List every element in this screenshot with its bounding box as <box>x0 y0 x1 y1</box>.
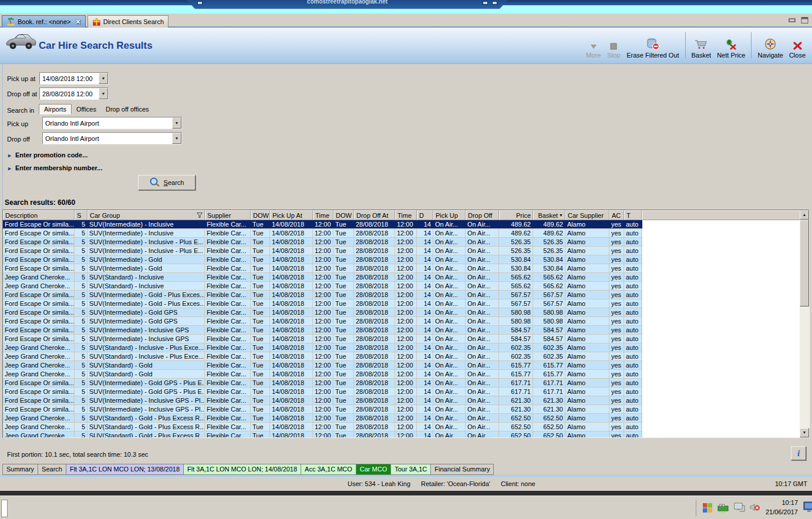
maximize-window-icon[interactable] <box>801 17 808 23</box>
table-row[interactable]: Jeep Grand Cheroke...5SUV(Standard) - Go… <box>3 432 642 437</box>
windows-flag-icon[interactable] <box>702 502 713 514</box>
pick-up-dropdown-button[interactable]: ▼ <box>172 117 181 129</box>
search-in-tab-drop-off-offices[interactable]: Drop off offices <box>101 105 154 114</box>
itinerary-tab-car-mco[interactable]: Car MCO <box>356 464 391 475</box>
table-row[interactable]: Jeep Grand Cheroke...5SUV(Standard) - Go… <box>3 370 642 379</box>
column-header-time-6[interactable]: Time <box>313 210 333 220</box>
column-header-drop-off-at-8[interactable]: Drop Off At <box>354 210 395 220</box>
pick-up-at-field[interactable]: 14/08/2018 12:00 ▼ <box>39 72 109 85</box>
filter-funnel-icon[interactable] <box>197 212 203 219</box>
table-row[interactable]: Ford Escape Or simila...5SUV(Intermediat… <box>3 326 642 335</box>
drop-off-combo[interactable]: Orlando Intl Airport ▼ <box>42 132 182 144</box>
drop-off-at-dropdown-button[interactable]: ▼ <box>99 88 108 99</box>
table-row[interactable]: Jeep Grand Cheroke...5SUV(Standard) - Go… <box>3 414 642 423</box>
cell-pick_up_at: 14/08/2018 <box>270 396 313 405</box>
table-row[interactable]: Jeep Grand Cheroke...5SUV(Standard) - Go… <box>3 423 642 432</box>
network-card-icon[interactable] <box>717 502 729 514</box>
restore-rdp-icon[interactable] <box>492 1 497 5</box>
close-button[interactable]: Close <box>786 31 808 60</box>
column-header-description-0[interactable]: Description <box>3 210 75 220</box>
window-tab-book-ref-none[interactable]: Book. ref.: <none>✕ <box>2 15 86 28</box>
table-row[interactable]: Ford Escape Or simila...5SUV(Intermediat… <box>3 238 642 247</box>
column-header-dow-7[interactable]: DOW <box>333 210 354 220</box>
close-tab-icon[interactable]: ✕ <box>76 18 81 26</box>
membership-number-expander[interactable]: ►Enter membership number... <box>7 164 102 171</box>
cell-s: 5 <box>75 405 87 413</box>
table-row[interactable]: Jeep Grand Cheroke...5SUV(Standard) - Go… <box>3 361 642 370</box>
column-header-basket-14[interactable]: Basket▼ <box>533 210 565 220</box>
column-header-car-supplier-15[interactable]: Car Supplier <box>565 210 609 220</box>
column-header-ac-16[interactable]: AC <box>609 210 624 220</box>
pick-up-at-dropdown-button[interactable]: ▼ <box>99 73 108 84</box>
drop-off-dropdown-button[interactable]: ▼ <box>172 133 181 144</box>
cell-pick_up_at: 14/08/2018 <box>270 423 313 431</box>
cell-time1: 12:00 <box>313 343 333 352</box>
cell-t: auto <box>624 414 642 422</box>
network-computer-icon[interactable] <box>733 502 745 514</box>
nett-price-button[interactable]: Nett Price <box>714 31 748 60</box>
table-row[interactable]: Ford Escape Or simila...5SUV(Intermediat… <box>3 379 642 387</box>
column-header-price-13[interactable]: Price <box>499 210 533 220</box>
minimize-window-icon[interactable] <box>789 17 796 23</box>
column-header-time-9[interactable]: Time <box>395 210 417 220</box>
table-row[interactable]: Ford Escape Or simila...5SUV(Intermediat… <box>3 229 642 238</box>
scroll-down-button[interactable]: ▼ <box>800 428 809 437</box>
table-row[interactable]: Jeep Grand Cheroke...5SUV(Standard) - In… <box>3 352 642 361</box>
table-row[interactable]: Ford Escape Or simila...5SUV(Intermediat… <box>3 405 642 414</box>
cell-drop_off: On Air... <box>466 317 499 325</box>
column-header-pick-up-11[interactable]: Pick Up <box>433 210 466 220</box>
erase-filtered-out-button[interactable]: Erase Filtered Out <box>624 31 682 60</box>
basket-button[interactable]: Basket <box>689 31 715 60</box>
pick-up-combo[interactable]: Orlando Intl Airport ▼ <box>42 117 182 129</box>
table-row[interactable]: Ford Escape Or simila...5SUV(Intermediat… <box>3 335 642 343</box>
minimize-rdp-icon[interactable] <box>483 1 488 5</box>
table-row[interactable]: Ford Escape Or simila...5SUV(Intermediat… <box>3 299 642 308</box>
taskbar-button[interactable] <box>1 500 8 517</box>
itinerary-tab-financial-summary[interactable]: Financial Summary <box>431 464 494 475</box>
table-row[interactable]: Jeep Grand Cheroke...5SUV(Standard) - In… <box>3 343 642 352</box>
navigate-button[interactable]: Navigate <box>754 31 786 60</box>
itinerary-tab-tour-3a-1c[interactable]: Tour 3A,1C <box>391 464 431 475</box>
column-header-d-10[interactable]: D <box>417 210 433 220</box>
itinerary-tab-summary[interactable]: Summary <box>2 464 38 475</box>
table-row[interactable]: Ford Escape Or simila...5SUV(Intermediat… <box>3 255 642 264</box>
itinerary-tab-flt-3a-1c-lon-mco-lon-14-08-2018[interactable]: Flt 3A,1C LON MCO LON; 14/08/2018 <box>184 464 301 475</box>
cell-dow2: Tue <box>333 343 354 352</box>
vertical-scrollbar[interactable]: ▲ ▼ <box>800 210 809 437</box>
column-header-supplier-3[interactable]: Supplier <box>205 210 251 220</box>
column-header-dow-4[interactable]: DOW <box>251 210 270 220</box>
scroll-up-button[interactable]: ▲ <box>800 210 809 220</box>
column-header-drop-off-12[interactable]: Drop Off <box>466 210 499 220</box>
cell-dow2: Tue <box>333 432 354 437</box>
column-header-s-1[interactable]: S <box>75 210 87 220</box>
table-row[interactable]: Jeep Grand Cheroke...5SUV(Standard) - In… <box>3 282 642 291</box>
table-row[interactable]: Ford Escape Or simila...5SUV(Intermediat… <box>3 264 642 273</box>
table-row[interactable]: Ford Escape Or simila...5SUV(Intermediat… <box>3 387 642 396</box>
column-header-car-group-2[interactable]: Car Group <box>87 210 205 220</box>
table-row[interactable]: Ford Escape Or simila...5SUV(Intermediat… <box>3 317 642 326</box>
itinerary-tab-flt-3a-1c-lon-mco-lon-13-08-2018[interactable]: Flt 3A,1C LON MCO LON; 13/08/2018 <box>66 464 184 475</box>
column-header-pick-up-at-5[interactable]: Pick Up At <box>270 210 313 220</box>
scrollbar-thumb[interactable] <box>800 220 809 306</box>
cell-basket: 602.35 <box>533 343 565 352</box>
table-row[interactable]: Jeep Grand Cheroke...5SUV(Standard) - In… <box>3 273 642 282</box>
search-in-tab-offices[interactable]: Offices <box>72 105 101 114</box>
remote-desktop-icon[interactable] <box>803 501 812 514</box>
table-row[interactable]: Ford Escape Or simila...5SUV(Intermediat… <box>3 247 642 255</box>
itinerary-tab-acc-3a-1c-mco[interactable]: Acc 3A,1C MCO <box>301 464 356 475</box>
column-header-t-17[interactable]: T <box>624 210 642 220</box>
pin-icon[interactable] <box>197 1 203 5</box>
itinerary-tab-search[interactable]: Search <box>38 464 66 475</box>
table-row[interactable]: Ford Escape Or simila...5SUV(Intermediat… <box>3 396 642 405</box>
drop-off-at-field[interactable]: 28/08/2018 12:00 ▼ <box>39 87 109 100</box>
table-row[interactable]: Ford Escape Or simila...5SUV(Intermediat… <box>3 291 642 299</box>
cell-time1: 12:00 <box>313 317 333 325</box>
promotion-code-expander[interactable]: ►Enter promotion code... <box>7 151 87 159</box>
window-tab-direct-clients-search[interactable]: Direct Clients Search <box>87 15 169 28</box>
search-in-tab-airports[interactable]: Airports <box>39 104 72 114</box>
muted-speaker-icon[interactable] <box>749 503 760 513</box>
info-button[interactable]: i <box>791 446 806 460</box>
table-row[interactable]: Ford Escape Or simila...5SUV(Intermediat… <box>3 220 642 229</box>
table-row[interactable]: Ford Escape Or simila...5SUV(Intermediat… <box>3 308 642 317</box>
search-button[interactable]: Search <box>138 175 196 190</box>
